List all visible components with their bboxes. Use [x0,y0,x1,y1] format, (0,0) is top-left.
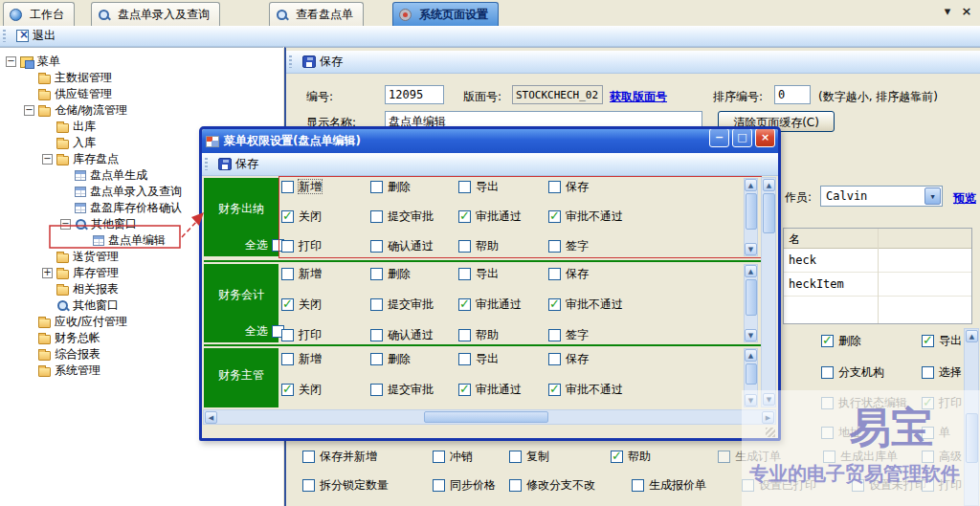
checkbox-item[interactable]: 单 [922,426,950,441]
checkbox[interactable] [302,451,315,463]
toolbar-grip[interactable] [205,158,208,171]
perm-checkbox[interactable]: 关闭 [281,383,322,398]
panel-vertical-scrollbar[interactable]: ▲ [964,328,979,506]
perm-checkbox[interactable]: 确认通过 [370,328,434,343]
tree-item-root[interactable]: −菜单 [0,54,283,70]
tree-item[interactable]: 供应链管理 [0,86,283,102]
no-input[interactable] [385,85,444,104]
checkbox[interactable] [281,353,294,365]
scrollbar-thumb[interactable] [424,411,548,423]
perm-checkbox[interactable]: 提交审批 [370,297,434,313]
perm-checkbox[interactable]: 保存 [548,352,589,367]
perm-checkbox[interactable]: 删除 [370,267,411,282]
perm-checkbox[interactable]: 签字 [548,328,589,343]
tree-item[interactable]: 主数据管理 [0,70,283,86]
perm-checkbox[interactable]: 帮助 [458,328,499,343]
checkbox[interactable] [611,451,623,463]
checkbox[interactable] [821,397,834,409]
checkbox-item[interactable]: 生成订单 [718,450,781,465]
scroll-down-icon[interactable]: ▼ [745,329,757,341]
scrollbar-thumb[interactable] [763,193,775,233]
checkbox[interactable] [433,451,445,463]
checkbox-item[interactable]: 执行状态编辑 [821,396,907,411]
layout-no-input[interactable] [512,85,603,104]
checkbox[interactable] [370,384,383,396]
close-icon[interactable]: × [957,4,976,18]
get-layout-link[interactable]: 获取版面号 [610,89,667,105]
collapse-icon[interactable]: − [6,56,16,67]
perm-checkbox[interactable]: 导出 [458,267,499,282]
checkbox-item[interactable]: 生成出库单 [823,450,898,465]
toolbar-grip[interactable] [3,30,6,42]
checkbox[interactable] [823,451,835,463]
dialog-vertical-scrollbar[interactable]: ▲ ▼ [761,177,776,407]
scrollbar-thumb[interactable] [966,413,978,463]
checkbox[interactable] [458,329,471,341]
perm-checkbox[interactable]: 新增 [281,352,322,367]
checkbox[interactable] [548,353,561,365]
scroll-up-icon[interactable]: ▲ [745,349,757,362]
tab-list-dropdown-icon[interactable]: ▾ [938,4,957,18]
scroll-right-icon[interactable]: ▶ [762,411,774,424]
checkbox[interactable] [458,268,471,280]
perm-checkbox[interactable]: 审批不通过 [548,383,623,398]
tab-workbench[interactable]: 工作台 [3,2,75,26]
checkbox-item[interactable]: 生成报价单 [632,478,706,494]
checkbox[interactable] [632,479,644,492]
checkbox[interactable] [922,451,934,463]
checkbox[interactable] [370,353,383,365]
toolbar-grip[interactable] [289,55,292,69]
collapse-icon[interactable]: − [42,154,53,165]
perm-checkbox[interactable]: 关闭 [281,297,322,313]
checkbox[interactable] [548,384,561,396]
checkbox[interactable] [718,451,730,463]
checkbox-item[interactable]: 打印 [922,396,962,411]
checkbox-item[interactable]: 地址 [821,426,861,441]
checkbox-item[interactable]: 设置已打印 [742,478,816,494]
perm-checkbox[interactable]: 审批通过 [458,383,522,398]
perm-checkbox[interactable]: 新增 [281,267,322,282]
checkbox[interactable] [821,335,834,347]
perm-checkbox[interactable]: 审批不通过 [548,297,623,313]
checkbox[interactable] [281,384,294,396]
checkbox[interactable] [458,353,471,365]
checkbox[interactable] [922,397,934,409]
perm-checkbox[interactable]: 审批通过 [458,297,522,313]
scroll-up-icon[interactable]: ▲ [745,265,757,277]
maximize-button[interactable]: □ [732,128,752,147]
chevron-down-icon[interactable]: ▼ [924,187,941,205]
checkbox[interactable] [742,479,754,492]
perm-checkbox[interactable]: 打印 [281,328,322,343]
checkbox-item[interactable]: 打印 [922,478,962,494]
checkbox[interactable] [548,329,561,341]
checkbox[interactable] [821,427,834,439]
checkbox[interactable] [281,329,294,341]
checkbox[interactable] [281,298,294,311]
checkbox[interactable] [458,384,471,396]
dialog-save-button[interactable]: 保存 [212,154,264,174]
collapse-icon[interactable]: − [24,105,34,116]
checkbox[interactable] [433,479,445,492]
select-all[interactable]: 全选 [245,323,284,340]
checkbox[interactable] [548,268,561,280]
group-scrollbar[interactable]: ▲ ▼ [744,348,758,407]
checkbox-item[interactable]: 复制 [509,450,549,465]
checkbox-item[interactable]: 删除 [821,334,861,349]
checkbox-item[interactable]: 高级 [922,450,962,465]
checkbox-item[interactable]: 帮助 [611,450,651,465]
checkbox[interactable] [458,298,471,311]
perm-checkbox[interactable]: 提交审批 [370,383,434,398]
dialog-horizontal-scrollbar[interactable]: ◀ ▶ [203,409,776,425]
checkbox[interactable] [821,366,834,379]
checkbox-item[interactable]: 选择 [922,365,962,381]
perm-checkbox[interactable]: 保存 [548,267,589,282]
checkbox[interactable] [509,479,522,492]
save-button[interactable]: 保存 [297,52,348,72]
checkbox[interactable] [302,479,315,492]
tree-item[interactable]: −仓储/物流管理 [0,102,283,119]
collapse-icon[interactable]: − [60,219,71,230]
checkbox[interactable] [922,366,934,379]
checkbox[interactable] [922,335,934,347]
scroll-down-icon[interactable]: ▼ [763,393,775,406]
exit-button[interactable]: 退出 [11,26,61,46]
